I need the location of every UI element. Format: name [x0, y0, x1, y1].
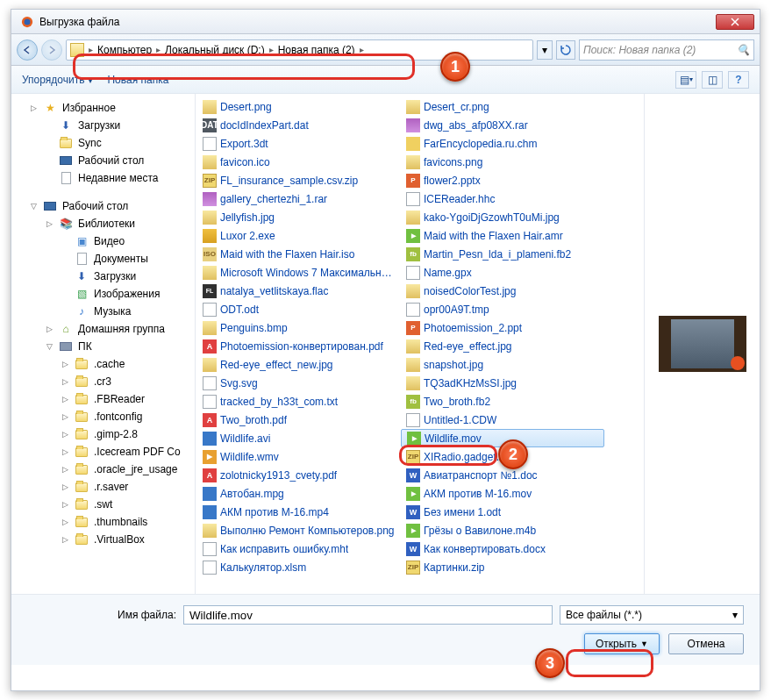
breadcrumb-segment[interactable]: Локальный диск (D:) — [165, 44, 265, 56]
tree-toggle[interactable]: ▷ — [61, 430, 69, 439]
tree-item[interactable]: ▷.gimp-2.8 — [11, 425, 195, 443]
nav-forward-button[interactable] — [41, 39, 62, 61]
file-item[interactable]: noisedColorTest.jpg — [401, 282, 604, 300]
file-item[interactable]: APhotoemission-конвертирован.pdf — [197, 337, 401, 355]
tree-toggle[interactable]: ▽ — [29, 202, 38, 211]
breadcrumb-dropdown[interactable]: ▾ — [537, 40, 553, 60]
tree-toggle[interactable]: ▷ — [29, 104, 38, 112]
view-mode-button[interactable]: ▤▾ — [675, 71, 696, 89]
file-item[interactable]: Pflower2.pptx — [401, 171, 604, 189]
nav-back-button[interactable] — [17, 39, 38, 61]
filetype-select[interactable]: Все файлы (*.*) ▾ — [560, 605, 744, 625]
tree-item[interactable]: ▷.fontconfig — [11, 408, 195, 425]
tree-toggle[interactable]: ▷ — [61, 360, 69, 368]
file-item[interactable]: Red-eye_effect.jpg — [401, 337, 604, 355]
tree-toggle[interactable]: ▽ — [45, 342, 54, 351]
nav-tree[interactable]: ▷★Избранное⬇ЗагрузкиSyncРабочий столНеда… — [11, 94, 196, 594]
file-item[interactable]: ISOMaid with the Flaxen Hair.iso — [197, 245, 401, 263]
file-item[interactable]: Jellyfish.jpg — [197, 208, 401, 226]
refresh-button[interactable] — [556, 40, 575, 60]
file-item[interactable]: WБез имени 1.odt — [401, 503, 604, 521]
file-item[interactable]: ▶АКМ против М-16.mov — [401, 484, 604, 503]
tree-item[interactable]: ⬇Загрузки — [11, 268, 195, 285]
tree-item[interactable]: ▽Рабочий стол — [11, 197, 195, 215]
file-item[interactable]: ZIPКартинки.zip — [401, 558, 604, 576]
tree-item[interactable]: ▷.VirtualBox — [11, 531, 195, 548]
close-button[interactable] — [716, 14, 754, 30]
tree-item[interactable]: Sync — [11, 134, 195, 152]
tree-item[interactable]: Документы — [11, 250, 195, 268]
tree-item[interactable]: ▧Изображения — [11, 285, 195, 303]
file-item[interactable]: ZIPFL_insurance_sample.csv.zip — [197, 171, 401, 189]
file-item[interactable]: favicons.png — [401, 153, 604, 171]
file-item[interactable]: kako-YgoiDjGzowhT0uMi.jpg — [401, 208, 604, 226]
file-item[interactable]: Microsoft Windows 7 Максимальна... — [197, 263, 401, 282]
file-item[interactable]: dwg_abs_afp08XX.rar — [401, 116, 604, 134]
tree-item[interactable]: ▷.swt — [11, 496, 195, 513]
file-item[interactable]: Desert.png — [197, 97, 401, 116]
tree-toggle[interactable]: ▷ — [45, 219, 54, 228]
help-button[interactable]: ? — [728, 71, 749, 89]
tree-item[interactable]: Рабочий стол — [11, 152, 195, 169]
tree-item[interactable]: ▷.oracle_jre_usage — [11, 461, 195, 478]
file-item[interactable]: WАвиатранспорт №1.doc — [401, 466, 604, 484]
file-item[interactable]: FarEncyclopedia.ru.chm — [401, 134, 604, 153]
file-item[interactable]: ODT.odt — [197, 300, 401, 318]
tree-item[interactable]: ▷.thumbnails — [11, 513, 195, 531]
file-item[interactable]: ▶Maid with the Flaxen Hair.amr — [401, 226, 604, 245]
file-item[interactable]: Luxor 2.exe — [197, 226, 401, 245]
file-item[interactable]: Name.gpx — [401, 263, 604, 282]
file-list[interactable]: Desert.pngDATdocIdIndexPart.datExport.3d… — [196, 94, 644, 594]
file-item[interactable]: snapshot.jpg — [401, 355, 604, 374]
tree-item[interactable]: ▷.Icecream PDF Co — [11, 443, 195, 461]
file-item[interactable]: Red-eye_effect_new.jpg — [197, 355, 401, 374]
file-item[interactable]: FLnatalya_vetlitskaya.flac — [197, 282, 401, 300]
file-item[interactable]: TQ3adKHzMsSI.jpg — [401, 374, 604, 392]
tree-item[interactable]: Недавние места — [11, 169, 195, 187]
file-item[interactable]: ▶Wildlife.wmv — [197, 447, 401, 466]
file-item[interactable]: Untitled-1.CDW — [401, 411, 604, 429]
tree-toggle[interactable]: ▷ — [61, 447, 69, 456]
tree-item[interactable]: ▷.cache — [11, 355, 195, 373]
tree-toggle[interactable]: ▷ — [61, 395, 69, 404]
tree-item[interactable]: ⬇Загрузки — [11, 117, 195, 134]
tree-item[interactable]: ▷.FBReader — [11, 390, 195, 408]
organize-menu[interactable]: Упорядочить ▾ — [22, 74, 93, 86]
file-item[interactable]: WКак конвертировать.docx — [401, 539, 604, 558]
tree-item[interactable]: ▷★Избранное — [11, 99, 195, 117]
file-item[interactable]: Penguins.bmp — [197, 318, 401, 337]
file-item[interactable]: ATwo_broth.pdf — [197, 411, 401, 429]
file-item[interactable]: tracked_by_h33t_com.txt — [197, 392, 401, 411]
filename-input[interactable] — [183, 605, 553, 625]
tree-item[interactable]: ▷.r.saver — [11, 478, 195, 496]
file-item[interactable]: Svg.svg — [197, 374, 401, 392]
tree-item[interactable]: ▣Видео — [11, 232, 195, 250]
file-item[interactable]: АКМ против М-16.mp4 — [197, 503, 401, 521]
tree-toggle[interactable]: ▷ — [61, 465, 69, 474]
file-item[interactable]: favicon.ico — [197, 153, 401, 171]
file-item[interactable]: Калькулятор.xlsm — [197, 558, 401, 576]
tree-item[interactable]: ▽ПК — [11, 338, 195, 355]
tree-toggle[interactable]: ▷ — [61, 377, 69, 386]
file-item[interactable]: ▶Грёзы о Вавилоне.m4b — [401, 521, 604, 539]
tree-toggle[interactable]: ▷ — [61, 535, 69, 544]
file-item[interactable]: Azolotnicky1913_cvety.pdf — [197, 466, 401, 484]
preview-pane-button[interactable]: ◫ — [702, 71, 723, 89]
tree-toggle[interactable]: ▷ — [61, 482, 69, 491]
search-input[interactable]: Поиск: Новая папка (2) 🔍 — [579, 39, 754, 61]
tree-item[interactable]: ▷📚Библиотеки — [11, 215, 195, 232]
file-item[interactable]: PPhotoemission_2.ppt — [401, 318, 604, 337]
tree-item[interactable]: ▷⌂Домашняя группа — [11, 320, 195, 338]
file-item[interactable]: opr00A9T.tmp — [401, 300, 604, 318]
file-item[interactable]: fbMartin_Pesn_lda_i_plameni.fb2 — [401, 245, 604, 263]
file-item[interactable]: gallery_chertezhi_1.rar — [197, 189, 401, 208]
file-item[interactable]: ICEReader.hhc — [401, 189, 604, 208]
breadcrumb-segment[interactable]: Компьютер — [97, 44, 152, 56]
cancel-button[interactable]: Отмена — [668, 633, 744, 654]
open-button[interactable]: Открыть▼ — [584, 633, 660, 654]
breadcrumb-segment[interactable]: Новая папка (2) — [278, 44, 355, 56]
tree-item[interactable]: ▷.cr3 — [11, 373, 195, 390]
file-item[interactable]: Desert_cr.png — [401, 97, 604, 116]
file-item[interactable]: Export.3dt — [197, 134, 401, 153]
new-folder-button[interactable]: Новая папка — [107, 74, 168, 86]
